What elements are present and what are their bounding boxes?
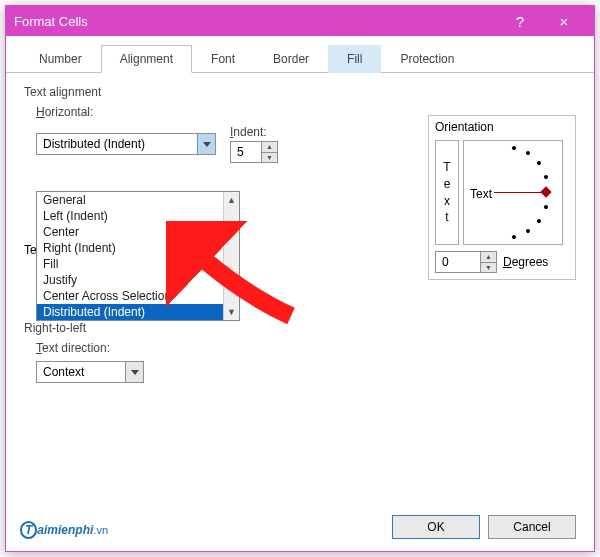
horizontal-combo-value: Distributed (Indent) <box>37 137 197 151</box>
help-button[interactable]: ? <box>498 6 542 36</box>
tab-fill[interactable]: Fill <box>328 45 381 73</box>
chevron-down-icon[interactable] <box>197 134 215 154</box>
tab-border[interactable]: Border <box>254 45 328 73</box>
watermark-logo: Taimienphi.vn <box>20 516 108 539</box>
dialog-footer: OK Cancel <box>392 515 576 539</box>
dropdown-item-left[interactable]: Left (Indent) <box>37 208 223 224</box>
orientation-dial[interactable]: Text <box>463 140 563 245</box>
dropdown-item-distributed[interactable]: Distributed (Indent) <box>37 304 223 320</box>
spin-down-icon[interactable]: ▼ <box>262 153 277 163</box>
window-title: Format Cells <box>14 14 498 29</box>
indent-spinner[interactable]: 5 ▲ ▼ <box>230 141 278 163</box>
ok-button[interactable]: OK <box>392 515 480 539</box>
spin-up-icon[interactable]: ▲ <box>481 252 496 263</box>
text-direction-label: Text direction: <box>36 341 576 355</box>
rtl-label: Right-to-left <box>24 321 576 335</box>
degrees-label: Degrees <box>503 255 548 269</box>
titlebar: Format Cells ? × <box>6 6 594 36</box>
dropdown-item-general[interactable]: General <box>37 192 223 208</box>
tab-font[interactable]: Font <box>192 45 254 73</box>
dialog-content: Text alignment Horizontal: Distributed (… <box>6 73 594 395</box>
tab-protection[interactable]: Protection <box>381 45 473 73</box>
format-cells-dialog: Format Cells ? × Number Alignment Font B… <box>5 5 595 552</box>
tab-strip: Number Alignment Font Border Fill Protec… <box>6 36 594 73</box>
orientation-arc-text: Text <box>470 187 492 201</box>
tab-alignment[interactable]: Alignment <box>101 45 192 73</box>
text-direction-combo[interactable]: Context <box>36 361 144 383</box>
spin-up-icon[interactable]: ▲ <box>262 142 277 153</box>
scroll-down-icon[interactable]: ▼ <box>224 304 239 320</box>
dropdown-item-center[interactable]: Center <box>37 224 223 240</box>
cancel-button[interactable]: Cancel <box>488 515 576 539</box>
indent-value: 5 <box>231 145 261 159</box>
spin-down-icon[interactable]: ▼ <box>481 263 496 273</box>
horizontal-dropdown: General Left (Indent) Center Right (Inde… <box>36 191 240 321</box>
dropdown-item-justify[interactable]: Justify <box>37 272 223 288</box>
orientation-group: Orientation T e x t Text <box>428 115 576 280</box>
dropdown-item-right[interactable]: Right (Indent) <box>37 240 223 256</box>
chevron-down-icon[interactable] <box>125 362 143 382</box>
close-button[interactable]: × <box>542 6 586 36</box>
degrees-spinner[interactable]: 0 ▲ ▼ <box>435 251 497 273</box>
orientation-handle[interactable] <box>540 186 551 197</box>
dropdown-item-center-across[interactable]: Center Across Selection <box>37 288 223 304</box>
scrollbar[interactable]: ▲ ▼ <box>223 192 239 320</box>
horizontal-combo[interactable]: Distributed (Indent) <box>36 133 216 155</box>
tab-number[interactable]: Number <box>20 45 101 73</box>
indent-label: Indent: <box>230 125 278 139</box>
vertical-text-button[interactable]: T e x t <box>435 140 459 245</box>
dropdown-item-fill[interactable]: Fill <box>37 256 223 272</box>
degrees-value: 0 <box>436 255 480 269</box>
orientation-line <box>494 192 546 193</box>
text-control-label-cut: Te <box>24 243 37 257</box>
text-alignment-label: Text alignment <box>24 85 576 99</box>
text-direction-value: Context <box>37 365 125 379</box>
scroll-up-icon[interactable]: ▲ <box>224 192 239 208</box>
orientation-label: Orientation <box>435 120 569 134</box>
